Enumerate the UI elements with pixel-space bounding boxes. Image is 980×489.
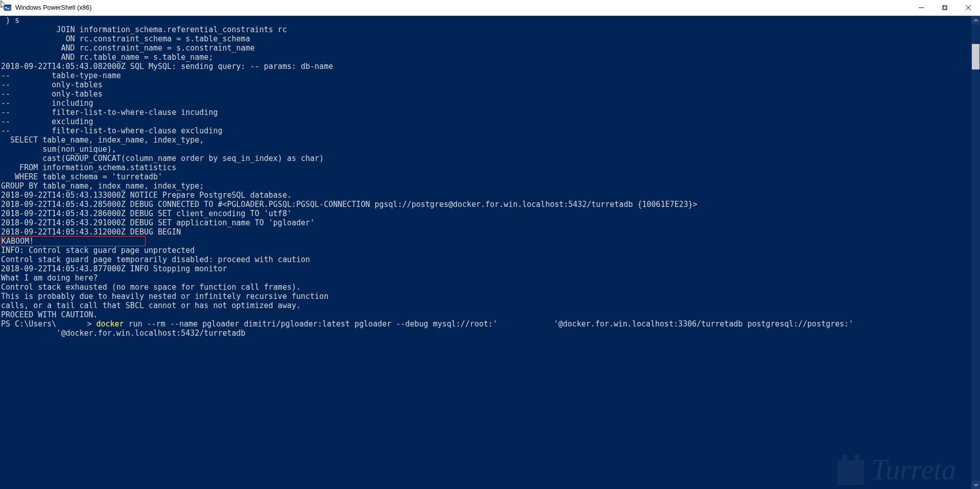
- redacted-text: [56, 321, 87, 328]
- minimize-button[interactable]: [910, 0, 933, 15]
- terminal-line: 2018-09-22T14:05:43.312000Z DEBUG BEGIN: [1, 227, 971, 237]
- terminal-line: 2018-09-22T14:05:43.877000Z INFO Stoppin…: [1, 264, 971, 273]
- terminal-line: SELECT table_name, index_name, index_typ…: [1, 135, 971, 145]
- terminal-line: -- table-type-name: [1, 71, 971, 80]
- minimize-icon: [919, 5, 924, 10]
- redacted-text: [497, 321, 554, 328]
- error-highlight-box: KABOOM!: [1, 236, 146, 246]
- terminal-line: -- only-tables: [1, 80, 971, 89]
- terminal-line: 2018-09-22T14:05:43.082000Z SQL MySQL: s…: [1, 62, 971, 71]
- terminal-line: GROUP BY table_name, index_name, index_t…: [1, 181, 971, 191]
- command-keyword: docker: [96, 319, 124, 329]
- close-icon: [966, 5, 971, 10]
- terminal-line: WHERE table_schema = 'turretadb': [1, 172, 971, 181]
- terminal-line: Control stack exhausted (no more space f…: [1, 283, 971, 292]
- terminal-line: cast(GROUP_CONCAT(column_name order by s…: [1, 154, 971, 163]
- terminal-line: sum(non_unique),: [1, 145, 971, 154]
- vertical-scrollbar[interactable]: [971, 16, 980, 489]
- terminal-line: -- excluding: [1, 117, 971, 126]
- watermark-text: Turreta: [871, 465, 956, 474]
- terminal-line: What I am doing here?: [1, 273, 971, 283]
- terminal-line: 2018-09-22T14:05:43.133000Z NOTICE Prepa…: [1, 191, 971, 200]
- terminal-line: AND rc.table_name = s.table_name;: [1, 53, 971, 62]
- terminal-output[interactable]: ) s JOIN information_schema.referential_…: [0, 16, 971, 489]
- window-title: Windows PowerShell (x86): [15, 4, 91, 11]
- client-area: ) s JOIN information_schema.referential_…: [0, 16, 980, 489]
- scroll-track[interactable]: [971, 25, 980, 480]
- castle-icon: [838, 454, 864, 485]
- watermark: Turreta: [838, 454, 956, 485]
- chevron-down-icon: [974, 483, 978, 487]
- terminal-line: Control stack guard page temporarily dis…: [1, 255, 971, 264]
- prompt-line: '@docker.for.win.localhost:5432/turretad…: [1, 329, 971, 338]
- terminal-line: -- including: [1, 99, 971, 108]
- terminal-line: JOIN information_schema.referential_cons…: [1, 25, 971, 34]
- prompt-line: PS C:\Users\> docker run --rm --name pgl…: [1, 319, 971, 329]
- terminal-line: 2018-09-22T14:05:43.285000Z DEBUG CONNEC…: [1, 200, 971, 209]
- terminal-line: 2018-09-22T14:05:43.286000Z DEBUG SET cl…: [1, 209, 971, 218]
- app-icon: [0, 4, 15, 12]
- terminal-line: INFO: Control stack guard page unprotect…: [1, 246, 971, 255]
- terminal-line: -- only-tables: [1, 89, 971, 99]
- scroll-up-button[interactable]: [971, 16, 980, 25]
- terminal-line: This is probably due to heavily nested o…: [1, 292, 971, 301]
- powershell-window: Windows PowerShell (x86) ) s JOIN inform…: [0, 0, 980, 489]
- terminal-line: -- filter-list-to-where-clause incuding: [1, 108, 971, 117]
- terminal-line: FROM information_schema.statistics: [1, 163, 971, 172]
- titlebar[interactable]: Windows PowerShell (x86): [0, 0, 980, 16]
- terminal-line: -- filter-list-to-where-clause excluding: [1, 126, 971, 135]
- svg-rect-1: [4, 5, 11, 6]
- maximize-icon: [942, 5, 947, 10]
- terminal-line: ) s: [1, 16, 971, 25]
- maximize-button[interactable]: [933, 0, 957, 15]
- svg-rect-3: [943, 5, 947, 9]
- scroll-thumb[interactable]: [972, 44, 979, 69]
- terminal-line: calls, or a tail call that SBCL cannot o…: [1, 301, 971, 310]
- terminal-line: PROCEED WITH CAUTION.: [1, 310, 971, 319]
- scroll-down-button[interactable]: [971, 480, 980, 489]
- chevron-up-icon: [974, 18, 978, 22]
- svg-rect-2: [942, 6, 946, 10]
- terminal-line: ON rc.constraint_schema = s.table_schema: [1, 34, 971, 43]
- terminal-line: KABOOM!: [1, 237, 971, 246]
- close-button[interactable]: [957, 0, 980, 15]
- terminal-line: 2018-09-22T14:05:43.291000Z DEBUG SET ap…: [1, 218, 971, 227]
- terminal-line: AND rc.constraint_name = s.constraint_na…: [1, 43, 971, 53]
